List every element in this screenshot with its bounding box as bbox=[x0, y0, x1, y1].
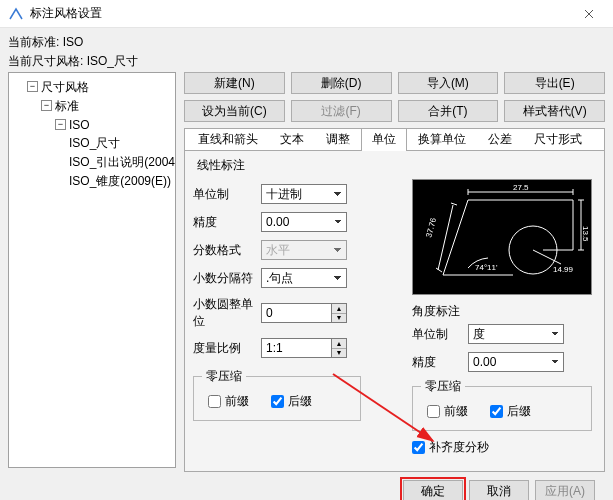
cancel-button[interactable]: 取消 bbox=[469, 480, 529, 500]
scale-stepper[interactable]: ▲▼ bbox=[261, 338, 347, 358]
current-standard-label: 当前标准: bbox=[8, 35, 59, 49]
tab-strip: 直线和箭头 文本 调整 单位 换算单位 公差 尺寸形式 bbox=[184, 128, 605, 150]
current-style-row: 当前尺寸风格: ISO_尺寸 bbox=[8, 53, 605, 70]
tree-toggle-icon[interactable]: − bbox=[27, 81, 38, 92]
preview-image: 27.5 13.5 37.76 74°11' 14.99 bbox=[412, 179, 592, 295]
tree-item-dim[interactable]: ISO_尺寸 bbox=[69, 136, 120, 150]
scale-input[interactable] bbox=[261, 338, 332, 358]
tree-item-taper[interactable]: ISO_锥度(2009(E)) bbox=[69, 174, 171, 188]
style-substitute-button[interactable]: 样式替代(V) bbox=[504, 100, 605, 122]
spin-up-icon[interactable]: ▲ bbox=[332, 339, 346, 349]
tab-lines-arrows[interactable]: 直线和箭头 bbox=[187, 128, 269, 151]
round-input[interactable] bbox=[261, 303, 332, 323]
separator-select[interactable]: .句点 bbox=[261, 268, 347, 288]
spin-down-icon[interactable]: ▼ bbox=[332, 349, 346, 358]
fraction-select: 水平 bbox=[261, 240, 347, 260]
tab-tolerance[interactable]: 公差 bbox=[477, 128, 523, 151]
angle-unit-select[interactable]: 度 bbox=[468, 324, 564, 344]
angle-legend: 角度标注 bbox=[412, 303, 460, 320]
current-style-label: 当前尺寸风格: bbox=[8, 54, 83, 68]
spin-down-icon[interactable]: ▼ bbox=[332, 314, 346, 323]
ok-button[interactable]: 确定 bbox=[403, 480, 463, 500]
svg-text:37.76: 37.76 bbox=[424, 216, 438, 238]
round-label: 小数圆整单位 bbox=[193, 296, 255, 330]
prefix-checkbox[interactable]: 前缀 bbox=[208, 393, 249, 410]
round-stepper[interactable]: ▲▼ bbox=[261, 303, 347, 323]
current-standard-row: 当前标准: ISO bbox=[8, 34, 605, 51]
fill-dms-checkbox[interactable]: 补齐度分秒 bbox=[412, 439, 592, 456]
svg-text:13.5: 13.5 bbox=[581, 226, 590, 242]
import-button[interactable]: 导入(M) bbox=[398, 72, 499, 94]
tab-body: 线性标注 单位制 十进制 精度 0.00 分数格式 水平 小数分隔符 .句点 小… bbox=[184, 150, 605, 472]
tree-standard[interactable]: 标准 bbox=[55, 99, 79, 113]
angle-precision-label: 精度 bbox=[412, 354, 462, 371]
close-button[interactable] bbox=[567, 0, 611, 27]
angle-suffix-checkbox[interactable]: 后缀 bbox=[490, 403, 531, 420]
angle-prefix-checkbox[interactable]: 前缀 bbox=[427, 403, 468, 420]
style-tree[interactable]: −尺寸风格 −标准 −ISO ISO_尺寸 ISO_引出说明(2004(E)) … bbox=[8, 72, 176, 468]
tab-alt-units[interactable]: 换算单位 bbox=[407, 128, 477, 151]
export-button[interactable]: 导出(E) bbox=[504, 72, 605, 94]
tree-root[interactable]: 尺寸风格 bbox=[41, 80, 89, 94]
angle-unit-label: 单位制 bbox=[412, 326, 462, 343]
delete-button[interactable]: 删除(D) bbox=[291, 72, 392, 94]
suffix-checkbox[interactable]: 后缀 bbox=[271, 393, 312, 410]
spin-up-icon[interactable]: ▲ bbox=[332, 304, 346, 314]
fraction-label: 分数格式 bbox=[193, 242, 241, 259]
scale-label: 度量比例 bbox=[193, 340, 241, 357]
window-title: 标注风格设置 bbox=[30, 5, 567, 22]
tab-fit[interactable]: 调整 bbox=[315, 128, 361, 151]
tab-text[interactable]: 文本 bbox=[269, 128, 315, 151]
merge-button[interactable]: 合并(T) bbox=[398, 100, 499, 122]
tree-toggle-icon[interactable]: − bbox=[41, 100, 52, 111]
tree-iso[interactable]: ISO bbox=[69, 117, 90, 131]
tree-item-leader[interactable]: ISO_引出说明(2004(E)) bbox=[69, 155, 176, 169]
svg-text:74°11': 74°11' bbox=[475, 263, 498, 272]
svg-text:27.5: 27.5 bbox=[513, 183, 529, 192]
tab-units[interactable]: 单位 bbox=[361, 128, 407, 151]
new-button[interactable]: 新建(N) bbox=[184, 72, 285, 94]
current-style-value: ISO_尺寸 bbox=[87, 54, 138, 68]
svg-text:14.99: 14.99 bbox=[553, 265, 574, 274]
filter-button: 过滤(F) bbox=[291, 100, 392, 122]
unit-label: 单位制 bbox=[193, 186, 229, 203]
titlebar: 标注风格设置 bbox=[0, 0, 613, 28]
unit-select[interactable]: 十进制 bbox=[261, 184, 347, 204]
precision-label: 精度 bbox=[193, 214, 217, 231]
linear-legend: 线性标注 bbox=[193, 157, 249, 174]
apply-button: 应用(A) bbox=[535, 480, 595, 500]
app-icon bbox=[8, 6, 24, 22]
tab-dim-form[interactable]: 尺寸形式 bbox=[523, 128, 593, 151]
angle-zero-legend: 零压缩 bbox=[421, 378, 465, 395]
current-standard-value: ISO bbox=[63, 35, 84, 49]
angle-precision-select[interactable]: 0.00 bbox=[468, 352, 564, 372]
separator-label: 小数分隔符 bbox=[193, 270, 253, 287]
precision-select[interactable]: 0.00 bbox=[261, 212, 347, 232]
zero-legend: 零压缩 bbox=[202, 368, 246, 385]
tree-toggle-icon[interactable]: − bbox=[55, 119, 66, 130]
set-current-button[interactable]: 设为当前(C) bbox=[184, 100, 285, 122]
